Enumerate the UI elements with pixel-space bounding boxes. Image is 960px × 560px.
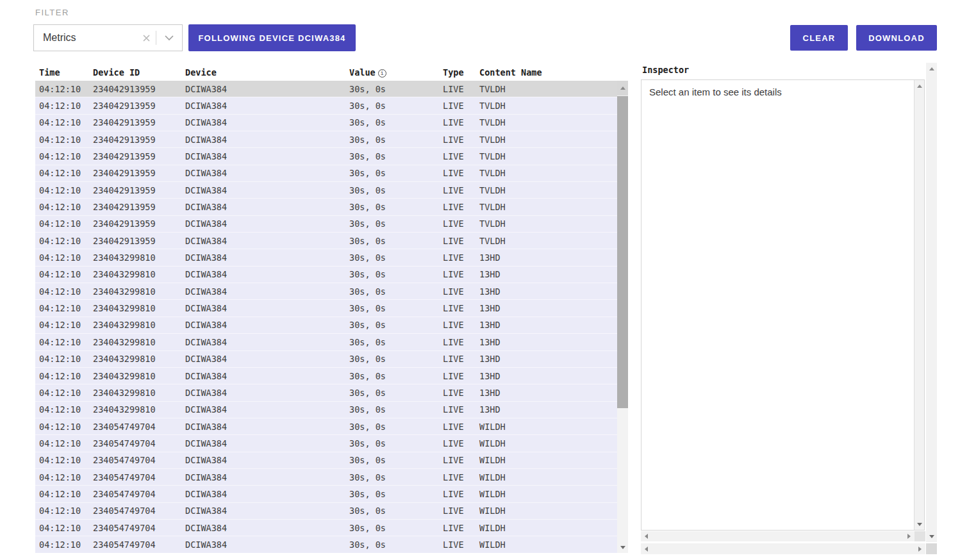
table-row[interactable]: 04:12:10 234043299810 DCIWA384 30s, 0s L… — [35, 368, 617, 384]
clear-button[interactable]: CLEAR — [790, 25, 848, 51]
cell-time: 04:12:10 — [39, 539, 81, 550]
table-row[interactable]: 04:12:10 234042913959 DCIWA384 30s, 0s L… — [35, 148, 617, 165]
scroll-right-icon[interactable] — [914, 543, 925, 554]
cell-device-id: 234042913959 — [93, 202, 156, 212]
table-row[interactable]: 04:12:10 234042913959 DCIWA384 30s, 0s L… — [35, 97, 617, 114]
scroll-left-icon[interactable] — [641, 543, 652, 554]
cell-content-name: 13HD — [479, 371, 501, 381]
inspector-scrollbar[interactable] — [914, 80, 924, 530]
cell-type: LIVE — [443, 404, 464, 415]
cell-device: DCIWA384 — [185, 202, 227, 212]
cell-time: 04:12:10 — [39, 218, 81, 229]
table-row[interactable]: 04:12:10 234054749704 DCIWA384 30s, 0s L… — [35, 503, 617, 520]
cell-device: DCIWA384 — [185, 371, 227, 381]
cell-device: DCIWA384 — [185, 252, 227, 263]
table-scrollbar-thumb[interactable] — [617, 96, 628, 408]
table-row[interactable]: 04:12:10 234042913959 DCIWA384 30s, 0s L… — [35, 233, 617, 249]
cell-device: DCIWA384 — [185, 320, 227, 330]
cell-content-name: 13HD — [479, 320, 501, 330]
table-row[interactable]: 04:12:10 234042913959 DCIWA384 30s, 0s L… — [35, 165, 617, 182]
inspector-horizontal-scrollbar[interactable] — [641, 531, 925, 541]
cell-time: 04:12:10 — [39, 337, 81, 347]
cell-type: LIVE — [443, 252, 464, 263]
cell-type: LIVE — [443, 236, 464, 246]
cell-value: 30s, 0s — [349, 438, 386, 449]
scroll-down-icon[interactable] — [926, 531, 937, 542]
chevron-down-icon[interactable] — [156, 35, 182, 41]
cell-device-id: 234042913959 — [93, 151, 156, 161]
cell-type: LIVE — [443, 354, 464, 364]
table-body: 04:12:10 234042913959 DCIWA384 30s, 0s L… — [35, 81, 617, 553]
table-row[interactable]: 04:12:10 234043299810 DCIWA384 30s, 0s L… — [35, 384, 617, 401]
scroll-right-icon[interactable] — [904, 531, 914, 541]
table-row[interactable]: 04:12:10 234054749704 DCIWA384 30s, 0s L… — [35, 486, 617, 502]
cell-type: LIVE — [443, 286, 464, 297]
scroll-up-icon[interactable] — [926, 63, 937, 74]
cell-device: DCIWA384 — [185, 185, 227, 195]
table-row[interactable]: 04:12:10 234043299810 DCIWA384 30s, 0s L… — [35, 351, 617, 368]
cell-time: 04:12:10 — [39, 388, 81, 398]
cell-time: 04:12:10 — [39, 185, 81, 195]
table-row[interactable]: 04:12:10 234043299810 DCIWA384 30s, 0s L… — [35, 402, 617, 418]
table-row[interactable]: 04:12:10 234054749704 DCIWA384 30s, 0s L… — [35, 469, 617, 486]
page-horizontal-scrollbar[interactable] — [641, 543, 925, 554]
scroll-up-icon[interactable] — [617, 81, 628, 95]
download-button[interactable]: DOWNLOAD — [856, 25, 937, 51]
column-header-content-name: Content Name — [479, 67, 542, 78]
info-icon[interactable] — [378, 69, 386, 78]
table-row[interactable]: 04:12:10 234054749704 DCIWA384 30s, 0s L… — [35, 452, 617, 469]
cell-device: DCIWA384 — [185, 539, 227, 550]
table-scrollbar[interactable] — [617, 81, 628, 553]
scrollbar-track[interactable] — [652, 531, 904, 541]
cell-value: 30s, 0s — [349, 354, 386, 364]
following-device-button[interactable]: FOLLOWING DEVICE DCIWA384 — [188, 24, 356, 51]
scrollbar-corner — [926, 543, 937, 554]
table-row[interactable]: 04:12:10 234043299810 DCIWA384 30s, 0s L… — [35, 317, 617, 334]
cell-device: DCIWA384 — [185, 236, 227, 246]
scroll-left-icon[interactable] — [641, 531, 652, 541]
x-icon[interactable] — [137, 34, 156, 42]
cell-time: 04:12:10 — [39, 168, 81, 178]
cell-device: DCIWA384 — [185, 422, 227, 432]
table-row[interactable]: 04:12:10 234042913959 DCIWA384 30s, 0s L… — [35, 182, 617, 199]
scrollbar-track[interactable] — [652, 543, 914, 554]
cell-content-name: 13HD — [479, 337, 501, 347]
table-row[interactable]: 04:12:10 234054749704 DCIWA384 30s, 0s L… — [35, 418, 617, 435]
cell-device: DCIWA384 — [185, 218, 227, 229]
table-row[interactable]: 04:12:10 234042913959 DCIWA384 30s, 0s L… — [35, 131, 617, 148]
table-row[interactable]: 04:12:10 234043299810 DCIWA384 30s, 0s L… — [35, 283, 617, 300]
table-row[interactable]: 04:12:10 234043299810 DCIWA384 30s, 0s L… — [35, 334, 617, 350]
table-row[interactable]: 04:12:10 234042913959 DCIWA384 30s, 0s L… — [35, 199, 617, 215]
cell-device-id: 234042913959 — [93, 185, 156, 195]
table-row[interactable]: 04:12:10 234042913959 DCIWA384 30s, 0s L… — [35, 115, 617, 131]
table-row[interactable]: 04:12:10 234042913959 DCIWA384 30s, 0s L… — [35, 216, 617, 233]
cell-device: DCIWA384 — [185, 303, 227, 313]
table-row[interactable]: 04:12:10 234043299810 DCIWA384 30s, 0s L… — [35, 300, 617, 317]
cell-content-name: TVLDH — [479, 101, 506, 111]
cell-time: 04:12:10 — [39, 135, 81, 145]
cell-time: 04:12:10 — [39, 320, 81, 330]
cell-content-name: 13HD — [479, 269, 501, 279]
cell-device: DCIWA384 — [185, 286, 227, 297]
table-row[interactable]: 04:12:10 234054749704 DCIWA384 30s, 0s L… — [35, 435, 617, 452]
cell-type: LIVE — [443, 320, 464, 330]
cell-type: LIVE — [443, 489, 464, 499]
inspector-title: Inspector — [642, 65, 689, 75]
table-row[interactable]: 04:12:10 234043299810 DCIWA384 30s, 0s L… — [35, 267, 617, 283]
cell-content-name: 13HD — [479, 404, 501, 415]
metrics-select[interactable]: Metrics — [33, 24, 183, 51]
scroll-down-icon[interactable] — [914, 518, 924, 530]
table-row[interactable]: 04:12:10 234054749704 DCIWA384 30s, 0s L… — [35, 520, 617, 536]
cell-time: 04:12:10 — [39, 455, 81, 465]
scroll-up-icon[interactable] — [914, 80, 924, 92]
cell-device: DCIWA384 — [185, 101, 227, 111]
cell-device-id: 234054749704 — [93, 506, 156, 516]
table-row[interactable]: 04:12:10 234043299810 DCIWA384 30s, 0s L… — [35, 249, 617, 266]
table-row[interactable]: 04:12:10 234042913959 DCIWA384 30s, 0s L… — [35, 81, 617, 97]
scroll-down-icon[interactable] — [617, 541, 628, 553]
cell-time: 04:12:10 — [39, 117, 81, 128]
page-scrollbar[interactable] — [926, 63, 937, 542]
table-row[interactable]: 04:12:10 234054749704 DCIWA384 30s, 0s L… — [35, 536, 617, 553]
cell-content-name: WILDH — [479, 422, 506, 432]
cell-time: 04:12:10 — [39, 472, 81, 482]
